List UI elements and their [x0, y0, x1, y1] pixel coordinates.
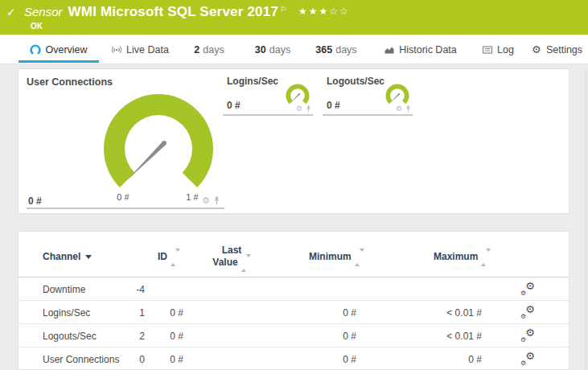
- column-header-maximum[interactable]: Maximum: [434, 251, 491, 263]
- gauge-logouts-title: Logouts/Sec: [327, 76, 384, 87]
- settings-gear-icon: ⚙: [531, 44, 542, 56]
- tab-overview[interactable]: Overview: [19, 35, 99, 64]
- channel-id: 1: [139, 307, 145, 319]
- gauge-user-connections[interactable]: [101, 92, 216, 191]
- tab-30-days-unit: days: [269, 44, 290, 56]
- sort-icons: [171, 252, 180, 263]
- sensor-header-bar: ✓ SensorWMI Microsoft SQL Server 2017⚐★★…: [0, 0, 588, 35]
- table-row: Logouts/Sec 2 0 # 0 # < 0.01 # ⚙⚙: [19, 324, 569, 347]
- sensor-title-line: SensorWMI Microsoft SQL Server 2017⚐★★★☆…: [24, 4, 350, 20]
- channel-settings-icon[interactable]: ⚙⚙: [520, 328, 535, 345]
- channel-minimum: 0 #: [343, 354, 356, 365]
- channel-name-link[interactable]: Logouts/Sec: [43, 331, 97, 342]
- channel-minimum: 0 #: [343, 331, 356, 342]
- channel-id: 2: [139, 331, 145, 342]
- gear-icon[interactable]: ⚙: [296, 105, 302, 113]
- tab-live-data-label: Live Data: [126, 44, 169, 56]
- gauge-logouts-block: Logouts/Sec 0 # ⚙: [323, 76, 413, 116]
- channel-name-link[interactable]: Logins/Sec: [43, 307, 90, 319]
- active-tab-underline: [19, 60, 99, 63]
- tab-settings[interactable]: ⚙ Settings: [529, 35, 584, 64]
- channel-minimum: 0 #: [343, 307, 356, 319]
- page-title: WMI Microsoft SQL Server 2017: [68, 4, 279, 19]
- channel-settings-icon[interactable]: ⚙⚙: [520, 352, 535, 368]
- sort-icons: [241, 257, 251, 269]
- channel-last-value: 0 #: [170, 354, 183, 365]
- channel-settings-icon[interactable]: ⚙⚙: [520, 282, 535, 298]
- column-header-channel[interactable]: Channel: [43, 251, 92, 262]
- chart-icon: [384, 44, 395, 56]
- channel-maximum: 0 #: [468, 354, 482, 365]
- log-list-icon: [482, 44, 493, 56]
- tab-2-days-number: 2: [194, 44, 199, 56]
- stars-empty: ☆☆: [329, 6, 350, 17]
- channel-settings-icon[interactable]: ⚙⚙: [520, 305, 535, 322]
- status-badge: OK: [31, 22, 43, 31]
- sort-icons: [481, 252, 491, 263]
- tab-365-days-number: 365: [315, 44, 332, 56]
- channel-id: -4: [136, 284, 145, 295]
- column-header-id[interactable]: ID: [158, 251, 180, 263]
- flag-icon[interactable]: ⚐: [280, 5, 287, 14]
- tab-30-days[interactable]: 30 days: [245, 35, 300, 64]
- tab-historic-data[interactable]: Historic Data: [378, 35, 463, 64]
- tab-live-data[interactable]: Live Data: [107, 35, 173, 64]
- table-row: Logins/Sec 1 0 # 0 # < 0.01 # ⚙⚙: [19, 301, 569, 324]
- channel-last-value: 0 #: [170, 331, 183, 342]
- tab-historic-data-label: Historic Data: [399, 44, 457, 56]
- gauge-logins-block: Logins/Sec 0 # ⚙: [223, 76, 313, 116]
- channel-maximum: < 0.01 #: [446, 307, 482, 319]
- gauge-section-divider: [27, 208, 224, 209]
- tab-log-label: Log: [497, 44, 514, 56]
- gauge-logouts-value: 0 #: [327, 100, 340, 111]
- tab-settings-label: Settings: [546, 44, 582, 56]
- tab-30-days-number: 30: [255, 44, 266, 56]
- sort-icons: [355, 252, 364, 263]
- column-header-minimum[interactable]: Minimum: [309, 251, 364, 263]
- scrollbar-track[interactable]: [585, 69, 587, 370]
- gauge-user-connections-value: 0 #: [28, 195, 42, 207]
- gauge-needle: [126, 141, 167, 181]
- channel-name-link[interactable]: Downtime: [43, 284, 85, 295]
- sort-desc-icon: [85, 255, 92, 259]
- gauge-user-connections-title: User Connections: [27, 76, 113, 88]
- channel-name-link[interactable]: User Connections: [43, 354, 119, 365]
- channel-maximum: < 0.01 #: [446, 331, 482, 342]
- stars-filled: ★★★: [298, 6, 329, 17]
- gauge-scale-min: 0 #: [105, 192, 141, 202]
- pin-icon[interactable]: [306, 105, 311, 113]
- tab-2-days-unit: days: [203, 44, 224, 56]
- gauge-logins-actions: ⚙: [296, 105, 311, 113]
- gauge-logins-value: 0 #: [227, 100, 241, 111]
- gauge-user-connections-actions: ⚙: [202, 196, 220, 205]
- tab-bar: Overview Live Data 2 days 30 days 365 da…: [0, 35, 588, 64]
- gauge-icon: [30, 44, 41, 56]
- channel-table-panel: Channel ID LastValue Minimum Maximum Dow…: [18, 231, 569, 370]
- column-header-last-value[interactable]: LastValue: [209, 245, 254, 269]
- tab-365-days-unit: days: [335, 44, 356, 56]
- live-data-icon: [111, 44, 122, 56]
- status-check-icon: ✓: [6, 6, 16, 18]
- table-header-row: Channel ID LastValue Minimum Maximum: [19, 232, 569, 278]
- priority-stars[interactable]: ★★★☆☆: [298, 6, 350, 17]
- gauge-logouts-actions: ⚙: [396, 105, 411, 113]
- table-row: User Connections 0 0 # 0 # 0 # ⚙⚙: [19, 347, 569, 370]
- pin-icon[interactable]: [405, 105, 411, 113]
- gauges-panel: User Connections 0 # 1 # 0 # ⚙ Logins/Se…: [18, 68, 569, 214]
- tab-2-days[interactable]: 2 days: [185, 35, 233, 64]
- tab-overview-label: Overview: [45, 44, 87, 56]
- channel-id: 0: [139, 354, 145, 365]
- gear-icon[interactable]: ⚙: [396, 105, 402, 113]
- tab-365-days[interactable]: 365 days: [306, 35, 367, 64]
- tab-log[interactable]: Log: [473, 35, 523, 64]
- sensor-kind-label: Sensor: [24, 5, 63, 18]
- table-row: Downtime -4 ⚙⚙: [19, 278, 569, 301]
- table-body: Downtime -4 ⚙⚙ Logins/Sec 1 0 # 0 # < 0.…: [19, 278, 569, 370]
- gauge-logins-title: Logins/Sec: [227, 76, 278, 87]
- gear-icon[interactable]: ⚙: [202, 196, 210, 205]
- pin-icon[interactable]: [213, 196, 220, 205]
- channel-last-value: 0 #: [170, 307, 183, 319]
